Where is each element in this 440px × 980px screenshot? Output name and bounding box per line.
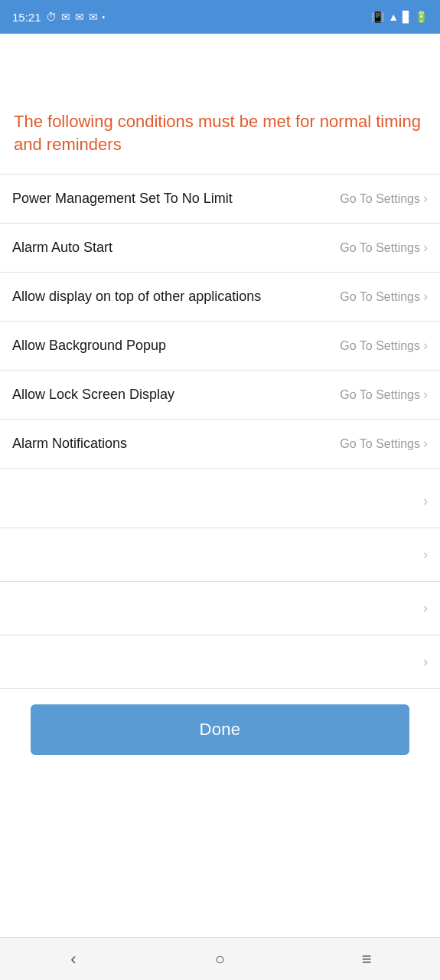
- main-content: The following conditions must be met for…: [0, 34, 440, 937]
- nav-home-button[interactable]: ○: [197, 944, 243, 975]
- settings-row-power[interactable]: Power Management Set To No Limit Go To S…: [0, 175, 440, 224]
- empty-row-1[interactable]: ›: [0, 475, 440, 528]
- alarm-autostart-label: Alarm Auto Start: [12, 239, 340, 256]
- power-management-label: Power Management Set To No Limit: [12, 190, 340, 207]
- empty-row-4[interactable]: ›: [0, 635, 440, 689]
- settings-row-lock-screen[interactable]: Allow Lock Screen Display Go To Settings…: [0, 371, 440, 420]
- go-to-settings-text-3: Go To Settings: [340, 290, 420, 304]
- chevron-icon-1: ›: [423, 191, 428, 207]
- done-button[interactable]: Done: [31, 704, 409, 755]
- chevron-icon-8: ›: [423, 547, 428, 563]
- mail-icon: ✉: [61, 11, 70, 23]
- nav-back-button[interactable]: ‹: [51, 944, 96, 975]
- lock-screen-action[interactable]: Go To Settings ›: [340, 387, 428, 403]
- alarm-autostart-action[interactable]: Go To Settings ›: [340, 240, 428, 256]
- nav-menu-button[interactable]: ≡: [344, 944, 389, 975]
- vibrate-icon: 📳: [371, 11, 384, 23]
- menu-icon: ≡: [362, 949, 372, 969]
- settings-row-display-top[interactable]: Allow display on top of other applicatio…: [0, 273, 440, 322]
- settings-row-alarm-notifications[interactable]: Alarm Notifications Go To Settings ›: [0, 420, 440, 469]
- background-popup-action[interactable]: Go To Settings ›: [340, 338, 428, 354]
- status-left: 15:21 ⏱ ✉ ✉ ✉ •: [12, 11, 105, 24]
- chevron-icon-4: ›: [423, 338, 428, 354]
- empty-row-3[interactable]: ›: [0, 582, 440, 635]
- chevron-icon-9: ›: [423, 600, 428, 616]
- warning-text: The following conditions must be met for…: [0, 110, 440, 174]
- lock-screen-label: Allow Lock Screen Display: [12, 386, 340, 403]
- back-icon: ‹: [70, 949, 76, 969]
- alarm-notifications-action[interactable]: Go To Settings ›: [340, 436, 428, 452]
- power-management-action[interactable]: Go To Settings ›: [340, 191, 428, 207]
- display-top-action[interactable]: Go To Settings ›: [340, 289, 428, 305]
- go-to-settings-text-2: Go To Settings: [340, 241, 420, 255]
- dot-icon: •: [103, 13, 106, 21]
- chevron-icon-5: ›: [423, 387, 428, 403]
- home-icon: ○: [215, 949, 225, 969]
- settings-row-background-popup[interactable]: Allow Background Popup Go To Settings ›: [0, 322, 440, 371]
- go-to-settings-text-6: Go To Settings: [340, 437, 420, 451]
- status-bar: 15:21 ⏱ ✉ ✉ ✉ • 📳 ▲ ▊ 🔋: [0, 0, 440, 34]
- chevron-icon-7: ›: [423, 493, 428, 509]
- chevron-icon-3: ›: [423, 289, 428, 305]
- empty-section: › › › ›: [0, 475, 440, 689]
- chevron-icon-2: ›: [423, 240, 428, 256]
- chevron-icon-10: ›: [423, 654, 428, 670]
- signal-icon: ▊: [403, 11, 411, 23]
- empty-row-2[interactable]: ›: [0, 528, 440, 582]
- bottom-nav: ‹ ○ ≡: [0, 937, 440, 980]
- chevron-icon-6: ›: [423, 436, 428, 452]
- go-to-settings-text-4: Go To Settings: [340, 339, 420, 353]
- time-display: 15:21: [12, 11, 41, 24]
- done-section: Done: [0, 689, 440, 773]
- clock-icon: ⏱: [46, 11, 57, 23]
- status-right: 📳 ▲ ▊ 🔋: [371, 11, 428, 23]
- mail2-icon: ✉: [75, 11, 84, 23]
- alarm-notifications-label: Alarm Notifications: [12, 435, 340, 452]
- top-spacer: [0, 34, 440, 110]
- go-to-settings-text-5: Go To Settings: [340, 388, 420, 402]
- display-top-label: Allow display on top of other applicatio…: [12, 288, 340, 305]
- mail3-icon: ✉: [89, 11, 98, 23]
- wifi-icon: ▲: [388, 11, 399, 23]
- settings-row-alarm-autostart[interactable]: Alarm Auto Start Go To Settings ›: [0, 224, 440, 273]
- battery-icon: 🔋: [415, 11, 428, 23]
- go-to-settings-text-1: Go To Settings: [340, 192, 420, 206]
- background-popup-label: Allow Background Popup: [12, 337, 340, 354]
